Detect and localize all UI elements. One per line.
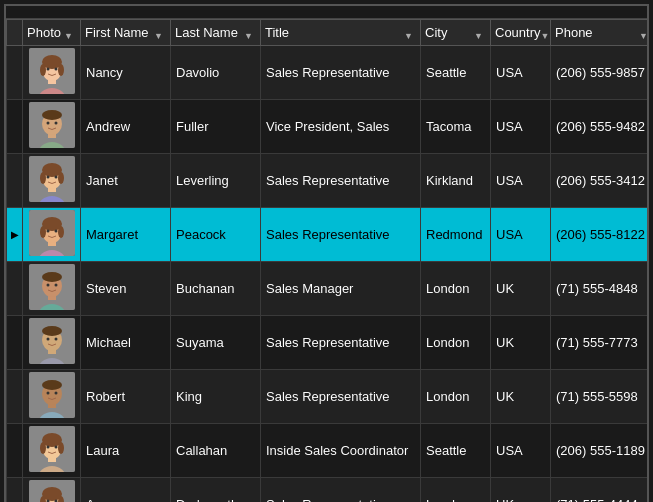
phone-cell-7: (206) 555-1189 (551, 424, 648, 478)
country-cell-4: UK (491, 262, 551, 316)
svg-point-32 (46, 230, 49, 233)
svg-point-45 (42, 326, 62, 336)
title-cell-0: Sales Representative (261, 46, 421, 100)
photo-cell-0 (23, 46, 81, 100)
photo-cell-8 (23, 478, 81, 503)
svg-point-15 (54, 122, 57, 125)
column-header-city[interactable]: City (421, 20, 491, 46)
avatar-1 (29, 102, 75, 148)
photo-cell-4 (23, 262, 81, 316)
avatar-8 (29, 480, 75, 502)
lastName-cell-0: Davolio (171, 46, 261, 100)
svg-point-13 (42, 110, 62, 120)
table-row[interactable]: JanetLeverlingSales RepresentativeKirkla… (7, 154, 648, 208)
table-row[interactable]: NancyDavolioSales RepresentativeSeattleU… (7, 46, 648, 100)
table-row[interactable]: AndrewFullerVice President, SalesTacomaU… (7, 100, 648, 154)
lastName-cell-8: Dodsworth (171, 478, 261, 503)
column-header-indicator (7, 20, 23, 46)
photo-cell-3 (23, 208, 81, 262)
phone-cell-3: (206) 555-8122 (551, 208, 648, 262)
table-row[interactable]: MichaelSuyamaSales RepresentativeLondonU… (7, 316, 648, 370)
country-cell-0: USA (491, 46, 551, 100)
country-cell-3: USA (491, 208, 551, 262)
column-label-photo: Photo (27, 25, 61, 40)
country-cell-7: USA (491, 424, 551, 478)
column-label-phone: Phone (555, 25, 593, 40)
avatar-5 (29, 318, 75, 364)
avatar-6 (29, 372, 75, 418)
svg-point-22 (58, 172, 64, 184)
firstName-cell-0: Nancy (81, 46, 171, 100)
drag-hint (6, 6, 647, 19)
city-cell-5: London (421, 316, 491, 370)
firstName-cell-1: Andrew (81, 100, 171, 154)
phone-cell-4: (71) 555-4848 (551, 262, 648, 316)
svg-point-14 (46, 122, 49, 125)
firstName-cell-2: Janet (81, 154, 171, 208)
table-row[interactable]: StevenBuchananSales ManagerLondonUK(71) … (7, 262, 648, 316)
svg-point-23 (46, 176, 49, 179)
lastName-cell-5: Suyama (171, 316, 261, 370)
svg-point-47 (54, 338, 57, 341)
avatar-4 (29, 264, 75, 310)
svg-point-40 (54, 284, 57, 287)
filter-icon-title[interactable] (404, 27, 416, 39)
avatar-0 (29, 48, 75, 94)
title-cell-5: Sales Representative (261, 316, 421, 370)
city-cell-1: Tacoma (421, 100, 491, 154)
city-cell-3: Redmond (421, 208, 491, 262)
title-cell-2: Sales Representative (261, 154, 421, 208)
phone-cell-6: (71) 555-5598 (551, 370, 648, 424)
row-indicator-3: ▶ (7, 208, 23, 262)
photo-cell-6 (23, 370, 81, 424)
table-row[interactable]: ▶ MargaretPeacockSales RepresentativeRed… (7, 208, 648, 262)
table-row[interactable]: RobertKingSales RepresentativeLondonUK(7… (7, 370, 648, 424)
filter-icon-photo[interactable] (64, 27, 76, 39)
filter-icon-city[interactable] (474, 27, 486, 39)
svg-point-61 (58, 442, 64, 454)
firstName-cell-7: Laura (81, 424, 171, 478)
svg-point-30 (40, 226, 46, 238)
country-cell-6: UK (491, 370, 551, 424)
row-indicator-6 (7, 370, 23, 424)
photo-cell-2 (23, 154, 81, 208)
svg-point-53 (46, 392, 49, 395)
row-indicator-7 (7, 424, 23, 478)
column-header-photo[interactable]: Photo (23, 20, 81, 46)
city-cell-8: London (421, 478, 491, 503)
title-cell-3: Sales Representative (261, 208, 421, 262)
phone-cell-2: (206) 555-3412 (551, 154, 648, 208)
svg-point-21 (40, 172, 46, 184)
photo-cell-7 (23, 424, 81, 478)
title-cell-8: Sales Representative (261, 478, 421, 503)
svg-point-24 (54, 176, 57, 179)
title-cell-6: Sales Representative (261, 370, 421, 424)
svg-point-62 (46, 446, 49, 449)
city-cell-0: Seattle (421, 46, 491, 100)
phone-cell-1: (206) 555-9482 (551, 100, 648, 154)
column-header-firstName[interactable]: First Name (81, 20, 171, 46)
column-header-phone[interactable]: Phone (551, 20, 648, 46)
country-cell-2: USA (491, 154, 551, 208)
svg-point-52 (42, 380, 62, 390)
city-cell-6: London (421, 370, 491, 424)
filter-icon-lastName[interactable] (244, 27, 256, 39)
firstName-cell-8: Anne (81, 478, 171, 503)
table-row[interactable]: LauraCallahanInside Sales CoordinatorSea… (7, 424, 648, 478)
svg-point-38 (42, 272, 62, 282)
firstName-cell-4: Steven (81, 262, 171, 316)
filter-icon-firstName[interactable] (154, 27, 166, 39)
lastName-cell-4: Buchanan (171, 262, 261, 316)
column-header-title[interactable]: Title (261, 20, 421, 46)
column-header-lastName[interactable]: Last Name (171, 20, 261, 46)
lastName-cell-6: King (171, 370, 261, 424)
phone-cell-0: (206) 555-9857 (551, 46, 648, 100)
column-header-country[interactable]: Country (491, 20, 551, 46)
svg-point-46 (46, 338, 49, 341)
table-row[interactable]: AnneDodsworthSales RepresentativeLondonU… (7, 478, 648, 503)
row-indicator-2 (7, 154, 23, 208)
row-indicator-4 (7, 262, 23, 316)
lastName-cell-7: Callahan (171, 424, 261, 478)
filter-icon-phone[interactable] (639, 27, 647, 39)
title-cell-4: Sales Manager (261, 262, 421, 316)
